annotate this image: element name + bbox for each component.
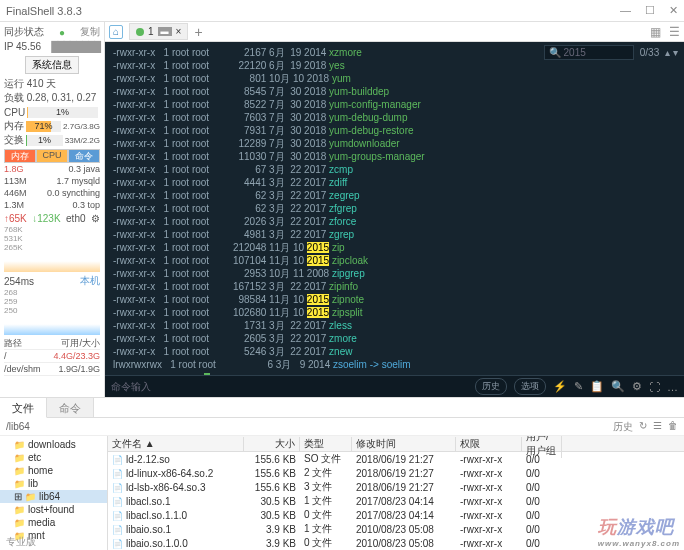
terminal-line: -rwxr-xr-x 1 root root 62 3月 22 2017 zfg… — [113, 202, 676, 215]
tab-close-icon[interactable]: × — [176, 26, 182, 37]
refresh-icon[interactable]: ↻ — [639, 420, 647, 434]
list-icon[interactable]: ☰ — [669, 25, 680, 39]
home-icon[interactable]: ⌂ — [109, 25, 123, 39]
terminal-line: -rwxr-xr-x 1 root root 107104 11月 10 201… — [113, 254, 676, 267]
tree-item[interactable]: 📁media — [0, 516, 107, 529]
terminal-line: -rwxr-xr-x 1 root root 167152 3月 22 2017… — [113, 280, 676, 293]
terminal-line: -rwxr-xr-x 1 root root 8522 7月 30 2018 y… — [113, 98, 676, 111]
terminal-line: -rwxr-xr-x 1 root root 2953 10月 11 2008 … — [113, 267, 676, 280]
cpu-label: CPU — [4, 107, 25, 118]
col-mtime[interactable]: 修改时间 — [352, 437, 456, 451]
terminal-line: -rwxr-xr-x 1 root root 12289 7月 30 2018 … — [113, 137, 676, 150]
tab-mem[interactable]: 内存 — [4, 149, 36, 163]
uptime: 运行 410 天 — [4, 77, 56, 91]
terminal-panel: ⌂ 1▬× + ▦☰ 🔍 2015 0/33 ▴ ▾ -rwxr-xr-x 1 … — [105, 22, 684, 397]
file-row[interactable]: 📄ld-linux-x86-64.so.2155.6 KB2 文件2018/06… — [108, 466, 684, 480]
terminal-line: -rwxr-xr-x 1 root root 5246 3月 22 2017 z… — [113, 345, 676, 358]
terminal[interactable]: 🔍 2015 0/33 ▴ ▾ -rwxr-xr-x 1 root root 2… — [105, 42, 684, 375]
status-dot-icon — [136, 28, 144, 36]
swap-val: 33M/2.2G — [65, 136, 100, 145]
file-panel: 文件 命令 /lib64 历史 ↻ ☰ 🗑 📁downloads📁etc📁hom… — [0, 397, 684, 550]
command-input[interactable]: 命令输入 — [111, 380, 151, 394]
net-scale: 768K531K265K — [4, 225, 100, 252]
net-graph — [4, 254, 100, 272]
history-link[interactable]: 历史 — [613, 420, 633, 434]
terminal-line: -rwxr-xr-x 1 root root 4441 3月 22 2017 z… — [113, 176, 676, 189]
terminal-line: -rwxr-xr-x 1 root root 7603 7月 30 2018 y… — [113, 111, 676, 124]
terminal-line: -rwxr-xr-x 1 root root 1731 3月 22 2017 z… — [113, 319, 676, 332]
sysinfo-button[interactable]: 系统信息 — [25, 56, 79, 74]
copy-link[interactable]: 复制 — [80, 25, 100, 39]
swap-label: 交换 — [4, 133, 24, 147]
delete-icon[interactable]: 🗑 — [668, 420, 678, 434]
tree-item[interactable]: 📁lost+found — [0, 503, 107, 516]
terminal-line: -rwxr-xr-x 1 root root 11030 7月 30 2018 … — [113, 150, 676, 163]
tab-cmd[interactable]: 命令 — [68, 149, 100, 163]
gear-icon[interactable]: ⚙ — [91, 213, 100, 224]
tree-item[interactable]: 📁downloads — [0, 438, 107, 451]
terminal-line: -rwxr-xr-x 1 root root 212048 11月 10 201… — [113, 241, 676, 254]
search-nav-icon[interactable]: ▴ ▾ — [665, 46, 678, 59]
terminal-line: -rwxr-xr-x 1 root root 98584 11月 10 2015… — [113, 293, 676, 306]
mem-label: 内存 — [4, 119, 24, 133]
tab-commands[interactable]: 命令 — [47, 398, 94, 417]
sync-label: 同步状态 — [4, 25, 44, 39]
ip-label: IP 45.56 — [4, 41, 41, 52]
watermark: 玩游戏吧www.wanyx8.com — [598, 515, 680, 548]
view-icon[interactable]: ☰ — [653, 420, 662, 434]
swap-bar: 1% — [26, 135, 63, 146]
more-icon[interactable]: … — [667, 381, 678, 393]
gear-icon[interactable]: ⚙ — [632, 380, 642, 393]
route-hdr-path: 路径 — [4, 337, 22, 350]
current-path[interactable]: /lib64 — [6, 421, 30, 432]
col-type[interactable]: 类型 — [300, 437, 352, 451]
terminal-line: -rwxr-xr-x 1 root root 67 3月 22 2017 zcm… — [113, 163, 676, 176]
maximize-button[interactable]: ☐ — [645, 4, 655, 17]
terminal-line: -rwxr-xr-x 1 root root 62 3月 22 2017 zeg… — [113, 189, 676, 202]
file-header: 文件名 ▲ 大小 类型 修改时间 权限 用户/用户组 — [108, 436, 684, 452]
cpu-bar: 1% — [27, 107, 98, 118]
file-row[interactable]: 📄ld-lsb-x86-64.so.3155.6 KB3 文件2018/06/1… — [108, 480, 684, 494]
tree-item[interactable]: 📁etc — [0, 451, 107, 464]
tree-item[interactable]: ⊞ 📁lib64 — [0, 490, 107, 503]
ip-masked: ████████ — [51, 41, 100, 52]
prompt: [root@li900-223 ~]# — [113, 373, 676, 375]
search-icon[interactable]: 🔍 — [611, 380, 625, 393]
terminal-line: -rwxr-xr-x 1 root root 7931 7月 30 2018 y… — [113, 124, 676, 137]
history-pill[interactable]: 历史 — [475, 378, 507, 395]
new-tab-button[interactable]: + — [194, 24, 202, 40]
clipboard-icon[interactable]: 📋 — [590, 380, 604, 393]
net-if: eth0 — [66, 213, 85, 224]
terminal-line: -rwxr-xr-x 1 root root 22120 6月 19 2018 … — [113, 59, 676, 72]
host-label[interactable]: 本机 — [80, 274, 100, 288]
route-hdr-size: 可用/大小 — [61, 337, 100, 350]
edition-label: 专业版 — [6, 535, 36, 549]
col-size[interactable]: 大小 — [244, 437, 300, 451]
sync-status-icon: ● — [59, 27, 65, 38]
terminal-line: -rwxr-xr-x 1 root root 4981 3月 22 2017 z… — [113, 228, 676, 241]
col-perm[interactable]: 权限 — [456, 437, 522, 451]
path-bar: /lib64 历史 ↻ ☰ 🗑 — [0, 418, 684, 436]
terminal-line: -rwxr-xr-x 1 root root 801 10月 10 2018 y… — [113, 72, 676, 85]
terminal-tab[interactable]: 1▬× — [129, 23, 188, 40]
close-button[interactable]: ✕ — [669, 4, 678, 17]
tree-item[interactable]: 📁home — [0, 464, 107, 477]
col-name[interactable]: 文件名 ▲ — [108, 437, 244, 451]
process-list: 1.8G0.3 java 113M1.7 mysqld 446M0.0 sync… — [4, 163, 100, 211]
edit-icon[interactable]: ✎ — [574, 380, 583, 393]
bolt-icon[interactable]: ⚡ — [553, 380, 567, 393]
minimize-button[interactable]: — — [620, 4, 631, 17]
tab-files[interactable]: 文件 — [0, 398, 47, 418]
terminal-line: -rwxr-xr-x 1 root root 8545 7月 30 2018 y… — [113, 85, 676, 98]
grid-icon[interactable]: ▦ — [650, 25, 661, 39]
file-row[interactable]: 📄ld-2.12.so155.6 KBSO 文件2018/06/19 21:27… — [108, 452, 684, 466]
proc-tabs: 内存 CPU 命令 — [4, 149, 100, 163]
file-row[interactable]: 📄libacl.so.130.5 KB1 文件2017/08/23 04:14-… — [108, 494, 684, 508]
load: 负载 0.28, 0.31, 0.27 — [4, 91, 96, 105]
options-pill[interactable]: 选项 — [514, 378, 546, 395]
tab-cpu[interactable]: CPU — [36, 149, 68, 163]
search-input[interactable]: 🔍 2015 — [544, 45, 634, 60]
tree-item[interactable]: 📁lib — [0, 477, 107, 490]
fullscreen-icon[interactable]: ⛶ — [649, 381, 660, 393]
lat-scale: 268259250 — [4, 288, 100, 315]
